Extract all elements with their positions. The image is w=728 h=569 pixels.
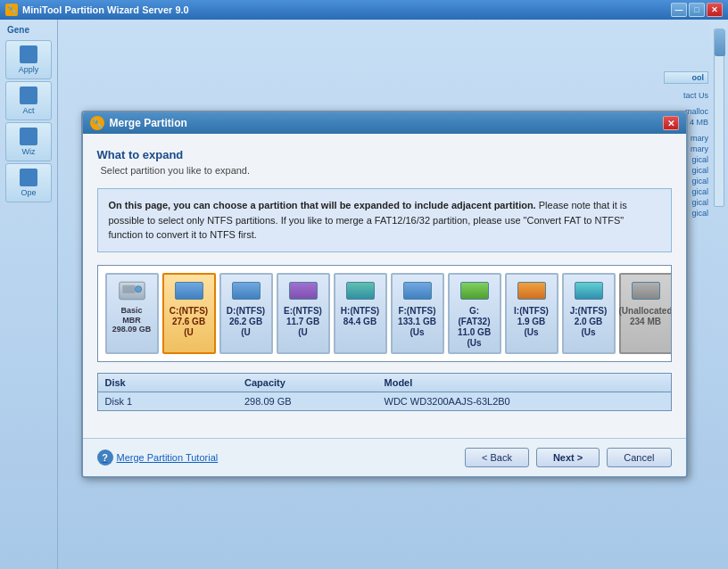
partition-c[interactable]: C:(NTFS) 27.6 GB (U — [162, 273, 216, 354]
partition-i[interactable]: I:(NTFS) 1.9 GB (Us — [505, 273, 558, 354]
cell-disk: Disk 1 — [105, 396, 245, 407]
cell-capacity: 298.09 GB — [244, 396, 385, 407]
partition-g[interactable]: G:(FAT32) 11.0 GB (Us — [448, 273, 501, 354]
dialog-footer: ? Merge Partition Tutorial < Back Next >… — [83, 438, 686, 476]
next-button[interactable]: Next > — [536, 448, 600, 467]
footer-buttons: < Back Next > Cancel — [465, 448, 672, 467]
dialog-title: Merge Partition — [110, 117, 187, 129]
partition-h-icon — [346, 278, 375, 303]
partition-i-label: I:(NTFS) 1.9 GB (Us — [512, 306, 551, 338]
maximize-button[interactable]: □ — [689, 3, 705, 17]
partition-j-label: J:(NTFS) 2.0 GB (Us — [569, 306, 608, 338]
ope-icon — [20, 169, 37, 186]
partition-e-label: E:(NTFS) 11.7 GB (U — [284, 306, 323, 338]
svg-point-2 — [135, 285, 141, 292]
partition-f[interactable]: F:(NTFS) 133.1 GB (Us — [391, 273, 444, 354]
partition-f-label: F:(NTFS) 133.1 GB (Us — [398, 306, 437, 338]
svg-rect-1 — [122, 285, 135, 293]
partition-g-icon — [460, 278, 489, 303]
partition-basic-label: Basic MBR 298.09 GB — [112, 306, 152, 334]
partition-j-icon — [575, 278, 603, 303]
sidebar-section-general: Gene — [0, 20, 57, 38]
partition-h[interactable]: H:(NTFS) 84.4 GB — [334, 273, 387, 354]
partition-d-icon — [232, 278, 261, 303]
partition-e-icon — [289, 278, 318, 303]
partition-e[interactable]: E:(NTFS) 11.7 GB (U — [277, 273, 330, 354]
back-button[interactable]: < Back — [465, 448, 529, 467]
close-button[interactable]: ✕ — [707, 3, 723, 17]
partition-d[interactable]: D:(NTFS) 26.2 GB (U — [219, 273, 273, 354]
help-link[interactable]: ? Merge Partition Tutorial — [97, 449, 219, 466]
titlebar-controls: — □ ✕ — [671, 3, 723, 17]
dialog-titlebar: 🔧 Merge Partition ✕ — [83, 112, 686, 134]
partition-unalloc-label: (Unallocated 234 MB — [619, 306, 672, 327]
cell-model: WDC WD3200AAJS-63L2B0 — [385, 396, 664, 407]
wiz-icon — [20, 128, 37, 145]
partition-c-icon — [175, 278, 203, 303]
dialog-icon: 🔧 — [90, 116, 104, 130]
sidebar-item-wiz[interactable]: Wiz — [5, 122, 52, 161]
hdd-icon — [118, 278, 146, 303]
info-bold: On this page, you can choose a partition… — [109, 200, 536, 210]
section-header: What to expand — [97, 148, 672, 161]
outer-title: MiniTool Partition Wizard Server 9.0 — [22, 4, 189, 15]
header-capacity: Capacity — [244, 377, 385, 388]
section-desc: Select partition you like to expand. — [97, 165, 672, 176]
app-icon: 🔧 — [5, 4, 18, 16]
partition-basic-mbr[interactable]: Basic MBR 298.09 GB — [105, 273, 159, 354]
sidebar-item-ope[interactable]: Ope — [5, 163, 52, 202]
partition-c-label: C:(NTFS) 27.6 GB (U — [170, 306, 209, 338]
partition-f-icon — [403, 278, 432, 303]
dialog-body: What to expand Select partition you like… — [83, 134, 686, 438]
scrollbar-track[interactable] — [714, 29, 724, 207]
disk-table-header: Disk Capacity Model — [98, 374, 671, 392]
table-row[interactable]: Disk 1 298.09 GB WDC WD3200AAJS-63L2B0 — [98, 392, 671, 410]
cancel-button[interactable]: Cancel — [607, 448, 671, 467]
partition-unalloc-icon — [632, 278, 660, 303]
sidebar-label-apply: Apply — [19, 65, 39, 74]
sidebar: Gene Apply Act Wiz Ope — [0, 20, 58, 569]
sidebar-item-apply[interactable]: Apply — [5, 40, 52, 79]
partition-unallocated[interactable]: (Unallocated 234 MB — [619, 273, 672, 354]
disk-table: Disk Capacity Model Disk 1 298.09 GB WDC… — [97, 373, 672, 411]
scrollbar-thumb[interactable] — [715, 29, 725, 56]
header-disk: Disk — [105, 377, 245, 388]
partition-j[interactable]: J:(NTFS) 2.0 GB (Us — [562, 273, 616, 354]
dialog-overlay: 🔧 Merge Partition ✕ What to expand Selec… — [58, 20, 710, 569]
sidebar-label-act: Act — [22, 106, 34, 115]
sidebar-label-ope: Ope — [21, 188, 36, 197]
partition-d-label: D:(NTFS) 26.2 GB (U — [227, 306, 266, 338]
outer-titlebar: 🔧 MiniTool Partition Wizard Server 9.0 —… — [0, 0, 728, 20]
outer-window: 🔧 MiniTool Partition Wizard Server 9.0 —… — [0, 0, 728, 569]
minimize-button[interactable]: — — [671, 3, 687, 17]
partition-bar: Basic MBR 298.09 GB C:(NTFS) 27.6 GB (U — [97, 265, 672, 362]
info-box: On this page, you can choose a partition… — [97, 188, 672, 252]
dialog-close-button[interactable]: ✕ — [663, 116, 679, 130]
partition-g-label: G:(FAT32) 11.0 GB (Us — [455, 306, 494, 349]
header-model: Model — [385, 377, 664, 388]
partition-i-icon — [517, 278, 546, 303]
help-icon: ? — [97, 449, 113, 466]
apply-icon — [20, 45, 37, 63]
sidebar-label-wiz: Wiz — [22, 147, 36, 156]
help-text: Merge Partition Tutorial — [117, 452, 219, 463]
right-sidebar — [710, 20, 728, 569]
act-icon — [20, 87, 37, 104]
sidebar-item-act[interactable]: Act — [5, 81, 52, 120]
partition-h-label: H:(NTFS) 84.4 GB — [341, 306, 379, 327]
merge-partition-dialog: 🔧 Merge Partition ✕ What to expand Selec… — [81, 111, 688, 478]
